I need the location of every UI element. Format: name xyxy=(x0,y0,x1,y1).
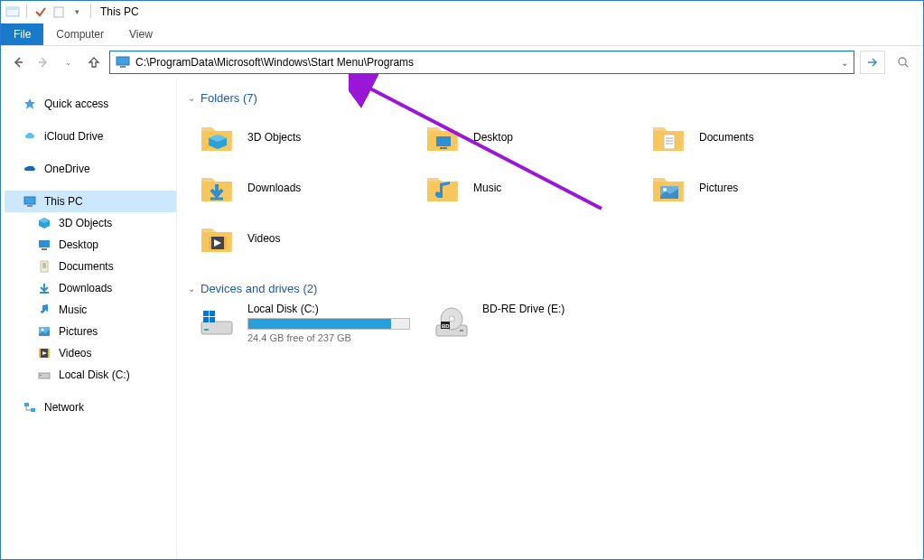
go-button[interactable] xyxy=(860,51,885,74)
folder-label: Documents xyxy=(699,131,754,144)
onedrive-icon xyxy=(23,162,37,176)
svg-rect-26 xyxy=(31,408,35,412)
sidebar-label: Quick access xyxy=(44,98,108,110)
folder-label: 3D Objects xyxy=(247,131,301,144)
back-button[interactable] xyxy=(8,52,28,72)
sidebar-child-pictures[interactable]: Pictures xyxy=(5,321,176,342)
sidebar-label: 3D Objects xyxy=(59,217,112,229)
main-content: ⌄ Folders (7) 3D Objects Desktop Docum xyxy=(177,79,923,559)
svg-rect-44 xyxy=(203,317,209,322)
network-icon xyxy=(23,400,37,415)
app-icon xyxy=(5,4,21,20)
drive-bdre-e[interactable]: BD BD-RE Drive (E:) xyxy=(432,303,667,343)
qat-dropdown-icon[interactable]: ▾ xyxy=(69,4,85,20)
section-folders-header[interactable]: ⌄ Folders (7) xyxy=(188,91,912,105)
drive-label: BD-RE Drive (E:) xyxy=(482,303,565,315)
address-input[interactable] xyxy=(135,56,848,69)
picture-icon xyxy=(37,324,51,339)
sidebar-child-localdisk[interactable]: Local Disk (C:) xyxy=(5,364,176,386)
sidebar-child-desktop[interactable]: Desktop xyxy=(5,234,176,256)
svg-rect-39 xyxy=(201,322,232,334)
sidebar: Quick access iCloud Drive OneDrive This … xyxy=(1,79,177,559)
section-title: Devices and drives (2) xyxy=(201,282,317,295)
folder-music[interactable]: Music xyxy=(423,163,649,213)
svg-rect-37 xyxy=(209,237,211,249)
svg-rect-21 xyxy=(39,349,41,358)
svg-rect-12 xyxy=(42,248,47,250)
folder-downloads[interactable]: Downloads xyxy=(197,163,423,213)
svg-rect-24 xyxy=(40,375,42,376)
pc-icon xyxy=(23,194,37,209)
sidebar-icloud[interactable]: iCloud Drive xyxy=(5,126,176,147)
folder-label: Desktop xyxy=(473,131,513,144)
svg-rect-22 xyxy=(48,349,50,358)
nav-row: ⌄ ⌄ xyxy=(1,46,923,79)
folder-label: Pictures xyxy=(699,182,738,194)
cloud-icon xyxy=(23,129,37,144)
video-icon xyxy=(37,346,51,360)
svg-rect-6 xyxy=(120,66,126,68)
titlebar: ▾ This PC xyxy=(1,1,923,23)
sidebar-child-documents[interactable]: Documents xyxy=(5,256,176,277)
folder-desktop[interactable]: Desktop xyxy=(423,112,649,163)
svg-rect-11 xyxy=(39,240,50,247)
sidebar-child-3dobjects[interactable]: 3D Objects xyxy=(5,212,176,234)
address-bar[interactable]: ⌄ xyxy=(109,51,854,74)
address-dropdown-icon[interactable]: ⌄ xyxy=(841,58,848,68)
svg-line-8 xyxy=(905,64,908,67)
sidebar-network[interactable]: Network xyxy=(5,397,176,418)
sidebar-child-downloads[interactable]: Downloads xyxy=(5,277,176,299)
desktop-icon xyxy=(37,238,51,252)
svg-point-35 xyxy=(663,188,667,191)
folder-icon xyxy=(423,168,462,208)
svg-rect-27 xyxy=(436,136,451,146)
sidebar-label: Local Disk (C:) xyxy=(59,369,130,381)
svg-rect-42 xyxy=(203,311,209,316)
chevron-down-icon: ⌄ xyxy=(188,93,195,103)
folder-documents[interactable]: Documents xyxy=(649,112,874,163)
search-button[interactable] xyxy=(891,51,916,74)
tab-view[interactable]: View xyxy=(117,23,165,45)
sidebar-label: iCloud Drive xyxy=(44,130,103,143)
svg-rect-47 xyxy=(460,330,463,331)
svg-point-49 xyxy=(449,316,454,322)
folder-icon xyxy=(423,117,462,157)
folder-icon xyxy=(649,168,688,208)
forward-button[interactable] xyxy=(33,52,53,72)
sidebar-onedrive[interactable]: OneDrive xyxy=(5,158,176,180)
recent-dropdown[interactable]: ⌄ xyxy=(59,52,79,72)
svg-rect-28 xyxy=(440,147,447,149)
sidebar-child-videos[interactable]: Videos xyxy=(5,342,176,364)
tab-computer[interactable]: Computer xyxy=(43,23,117,45)
svg-rect-38 xyxy=(224,237,227,249)
sidebar-this-pc[interactable]: This PC xyxy=(5,191,176,212)
disk-icon xyxy=(197,303,237,342)
qat-properties-icon[interactable] xyxy=(33,4,49,20)
qat-newfolder-icon[interactable] xyxy=(51,4,67,20)
drive-local-c[interactable]: Local Disk (C:) 24.4 GB free of 237 GB xyxy=(197,303,432,343)
section-title: Folders (7) xyxy=(201,91,257,105)
up-button[interactable] xyxy=(84,52,104,72)
folder-videos[interactable]: Videos xyxy=(197,213,423,264)
folder-icon xyxy=(649,117,688,157)
sidebar-quick-access[interactable]: Quick access xyxy=(5,93,176,115)
sidebar-label: Downloads xyxy=(59,282,112,294)
sidebar-label: Music xyxy=(59,303,87,316)
svg-rect-2 xyxy=(54,7,63,17)
sidebar-label: This PC xyxy=(44,195,83,208)
folder-label: Downloads xyxy=(247,182,301,194)
svg-rect-10 xyxy=(27,205,33,207)
folder-icon xyxy=(197,219,237,258)
folder-pictures[interactable]: Pictures xyxy=(649,163,874,213)
drive-free-text: 24.4 GB free of 237 GB xyxy=(247,332,410,343)
svg-text:BD: BD xyxy=(442,323,450,329)
pc-icon xyxy=(116,55,130,70)
disk-icon xyxy=(37,368,51,382)
sidebar-child-music[interactable]: Music xyxy=(5,299,176,321)
chevron-down-icon: ⌄ xyxy=(188,284,195,294)
svg-point-19 xyxy=(42,329,44,331)
sidebar-label: Videos xyxy=(59,347,91,359)
tab-file[interactable]: File xyxy=(1,23,43,45)
folder-3dobjects[interactable]: 3D Objects xyxy=(197,112,423,163)
section-drives-header[interactable]: ⌄ Devices and drives (2) xyxy=(188,282,912,295)
